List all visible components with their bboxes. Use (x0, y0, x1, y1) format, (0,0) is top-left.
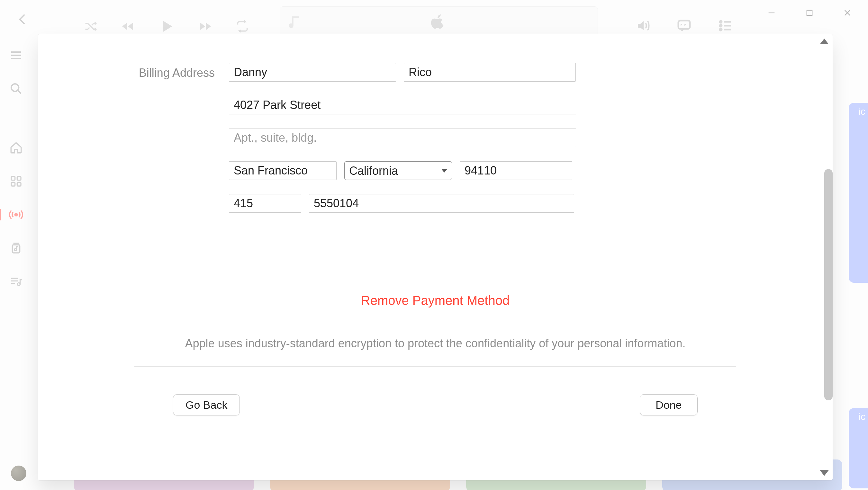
svg-rect-1 (807, 10, 812, 15)
apt-field[interactable] (229, 129, 576, 147)
first-name-field[interactable] (229, 63, 396, 81)
bg-side-card: ic (849, 408, 868, 488)
lyrics-icon[interactable] (676, 18, 692, 33)
queue-icon[interactable] (717, 18, 733, 33)
window-minimize-icon[interactable] (767, 8, 776, 18)
sidebar-home-icon[interactable] (9, 141, 23, 155)
divider (134, 366, 736, 367)
back-icon[interactable] (16, 13, 29, 26)
shuffle-icon[interactable] (84, 19, 98, 33)
account-avatar[interactable] (11, 465, 26, 481)
window-close-icon[interactable] (843, 8, 852, 18)
phone-area-code-field[interactable] (229, 194, 301, 213)
bg-side-card-text: ic (858, 411, 865, 422)
repeat-icon[interactable] (235, 19, 249, 33)
bg-side-card-text: ic (858, 106, 865, 117)
sidebar-browse-icon[interactable] (9, 174, 23, 188)
music-note-icon (286, 12, 305, 31)
svg-rect-17 (17, 176, 21, 180)
scroll-up-icon[interactable] (820, 38, 829, 44)
apple-logo-icon (431, 13, 447, 30)
sidebar-playlist-icon[interactable] (9, 274, 23, 289)
svg-rect-18 (11, 182, 15, 186)
billing-address-label: Billing Address (134, 63, 215, 80)
svg-rect-16 (11, 176, 15, 180)
scrollbar-thumb[interactable] (824, 169, 833, 400)
city-field[interactable] (229, 161, 337, 180)
go-back-button[interactable]: Go Back (173, 394, 240, 416)
window-maximize-icon[interactable] (805, 8, 814, 18)
next-track-icon[interactable] (197, 19, 213, 34)
play-icon[interactable] (158, 18, 175, 35)
svg-point-14 (11, 84, 19, 91)
divider (134, 245, 736, 245)
sidebar-search-icon[interactable] (9, 81, 23, 96)
sidebar-menu-icon[interactable] (9, 48, 23, 62)
previous-track-icon[interactable] (120, 19, 136, 34)
now-playing-bar (280, 6, 598, 37)
svg-point-6 (720, 25, 722, 27)
svg-rect-4 (678, 21, 690, 29)
phone-number-field[interactable] (309, 194, 574, 213)
bg-side-card: ic (849, 103, 868, 283)
account-sheet: Billing Address California (38, 34, 833, 480)
svg-point-7 (720, 29, 722, 31)
svg-point-5 (720, 21, 722, 23)
remove-payment-link[interactable]: Remove Payment Method (134, 293, 736, 308)
volume-icon[interactable] (635, 18, 651, 33)
done-button[interactable]: Done (640, 394, 698, 416)
svg-point-20 (15, 214, 17, 216)
sidebar-radio-icon[interactable] (9, 207, 23, 222)
scroll-down-icon[interactable] (820, 470, 829, 476)
state-select[interactable]: California (344, 161, 452, 180)
street-field[interactable] (229, 96, 576, 115)
svg-line-15 (18, 90, 21, 94)
last-name-field[interactable] (404, 63, 576, 81)
svg-rect-19 (17, 182, 21, 186)
encryption-disclaimer: Apple uses industry-standard encryption … (134, 337, 736, 350)
zip-field[interactable] (460, 161, 572, 180)
sidebar-library-icon[interactable] (9, 241, 23, 255)
